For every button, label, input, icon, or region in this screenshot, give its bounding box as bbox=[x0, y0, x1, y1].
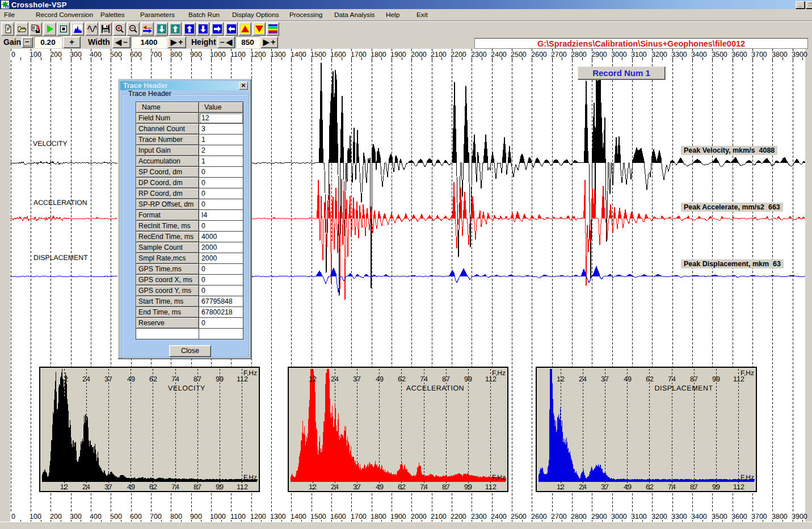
svg-text:3400: 3400 bbox=[691, 513, 707, 520]
svg-text:3500: 3500 bbox=[712, 51, 727, 58]
svg-text:3900: 3900 bbox=[792, 513, 807, 520]
svg-text:ACCELERATION: ACCELERATION bbox=[406, 384, 464, 392]
svg-text:49: 49 bbox=[127, 375, 135, 383]
svg-text:1900: 1900 bbox=[390, 51, 406, 58]
svg-text:1900: 1900 bbox=[390, 513, 406, 520]
svg-text:112: 112 bbox=[733, 483, 744, 491]
svg-text:62: 62 bbox=[646, 483, 654, 491]
svg-text:1300: 1300 bbox=[270, 51, 286, 58]
svg-text:400: 400 bbox=[90, 513, 102, 520]
svg-text:74: 74 bbox=[668, 483, 676, 491]
svg-text:300: 300 bbox=[70, 513, 82, 520]
svg-text:DISPLACEMENT: DISPLACEMENT bbox=[33, 254, 88, 262]
svg-text:74: 74 bbox=[171, 483, 179, 491]
svg-text:12: 12 bbox=[557, 483, 565, 491]
svg-text:37: 37 bbox=[104, 375, 112, 383]
svg-text:3700: 3700 bbox=[751, 513, 767, 520]
svg-text:1500: 1500 bbox=[310, 513, 326, 520]
svg-text:200: 200 bbox=[50, 513, 62, 520]
svg-text:1400: 1400 bbox=[291, 51, 306, 58]
svg-text:3800: 3800 bbox=[772, 513, 788, 520]
svg-text:3300: 3300 bbox=[671, 51, 687, 58]
svg-text:3700: 3700 bbox=[751, 51, 767, 58]
svg-text:87: 87 bbox=[193, 375, 201, 383]
svg-text:3800: 3800 bbox=[772, 51, 788, 58]
svg-text:24: 24 bbox=[579, 375, 587, 383]
svg-text:24: 24 bbox=[82, 375, 90, 383]
svg-text:100: 100 bbox=[30, 51, 41, 58]
svg-text:12: 12 bbox=[557, 375, 565, 383]
svg-text:12: 12 bbox=[60, 483, 68, 491]
svg-text:87: 87 bbox=[690, 375, 698, 383]
svg-text:49: 49 bbox=[376, 375, 384, 383]
svg-text:62: 62 bbox=[398, 375, 406, 383]
svg-text:24: 24 bbox=[331, 483, 339, 491]
svg-text:300: 300 bbox=[70, 51, 82, 58]
svg-text:1100: 1100 bbox=[230, 513, 246, 520]
svg-text:99: 99 bbox=[712, 375, 720, 383]
svg-text:2900: 2900 bbox=[591, 513, 607, 520]
svg-text:500: 500 bbox=[110, 513, 122, 520]
svg-text:3000: 3000 bbox=[611, 513, 627, 520]
svg-text:1400: 1400 bbox=[291, 513, 306, 520]
svg-text:2100: 2100 bbox=[431, 51, 447, 58]
svg-text:1700: 1700 bbox=[351, 513, 367, 520]
svg-text:2300: 2300 bbox=[471, 51, 487, 58]
svg-text:2700: 2700 bbox=[551, 51, 567, 58]
svg-text:87: 87 bbox=[690, 483, 698, 491]
svg-text:3000: 3000 bbox=[611, 51, 627, 58]
svg-text:87: 87 bbox=[193, 483, 201, 491]
svg-text:F,Hz: F,Hz bbox=[492, 369, 506, 377]
svg-text:2000: 2000 bbox=[411, 51, 427, 58]
svg-text:112: 112 bbox=[485, 483, 497, 491]
svg-text:3400: 3400 bbox=[691, 51, 707, 58]
svg-text:49: 49 bbox=[624, 375, 632, 383]
svg-text:F,Hz: F,Hz bbox=[243, 473, 257, 481]
svg-text:2400: 2400 bbox=[491, 51, 507, 58]
svg-text:1500: 1500 bbox=[310, 51, 326, 58]
svg-text:800: 800 bbox=[170, 513, 182, 520]
svg-text:1000: 1000 bbox=[210, 513, 226, 520]
svg-text:12: 12 bbox=[309, 375, 317, 383]
svg-text:1700: 1700 bbox=[351, 51, 367, 58]
svg-text:2000: 2000 bbox=[411, 513, 427, 520]
svg-text:37: 37 bbox=[104, 483, 112, 491]
svg-text:3600: 3600 bbox=[731, 513, 747, 520]
svg-text:1600: 1600 bbox=[330, 51, 346, 58]
svg-text:200: 200 bbox=[50, 51, 62, 58]
svg-text:VELOCITY: VELOCITY bbox=[168, 384, 205, 392]
svg-text:500: 500 bbox=[110, 51, 122, 58]
svg-text:62: 62 bbox=[149, 483, 157, 491]
svg-text:99: 99 bbox=[464, 375, 472, 383]
svg-text:24: 24 bbox=[579, 483, 587, 491]
svg-text:0: 0 bbox=[11, 51, 15, 58]
svg-text:3600: 3600 bbox=[731, 51, 747, 58]
svg-text:49: 49 bbox=[624, 483, 632, 491]
svg-text:800: 800 bbox=[170, 51, 182, 58]
svg-text:2400: 2400 bbox=[491, 513, 507, 520]
svg-text:VELOCITY: VELOCITY bbox=[33, 140, 68, 148]
svg-text:2100: 2100 bbox=[431, 513, 447, 520]
svg-text:37: 37 bbox=[353, 375, 361, 383]
svg-text:1800: 1800 bbox=[371, 513, 386, 520]
svg-text:62: 62 bbox=[149, 375, 157, 383]
svg-text:2600: 2600 bbox=[531, 51, 547, 58]
svg-text:3100: 3100 bbox=[631, 51, 647, 58]
svg-text:2300: 2300 bbox=[471, 513, 487, 520]
svg-text:0: 0 bbox=[11, 513, 15, 520]
svg-text:112: 112 bbox=[237, 483, 248, 491]
svg-text:2200: 2200 bbox=[451, 51, 466, 58]
svg-text:700: 700 bbox=[150, 51, 162, 58]
svg-text:62: 62 bbox=[646, 375, 654, 383]
svg-text:99: 99 bbox=[464, 483, 472, 491]
svg-text:3200: 3200 bbox=[651, 513, 667, 520]
svg-text:12: 12 bbox=[60, 375, 68, 383]
svg-text:ACCELERATION: ACCELERATION bbox=[33, 199, 87, 207]
svg-text:600: 600 bbox=[130, 513, 142, 520]
svg-text:49: 49 bbox=[376, 483, 384, 491]
svg-text:1800: 1800 bbox=[371, 51, 386, 58]
svg-text:700: 700 bbox=[150, 513, 162, 520]
svg-text:37: 37 bbox=[353, 483, 361, 491]
svg-text:900: 900 bbox=[190, 513, 202, 520]
svg-text:49: 49 bbox=[127, 483, 135, 491]
